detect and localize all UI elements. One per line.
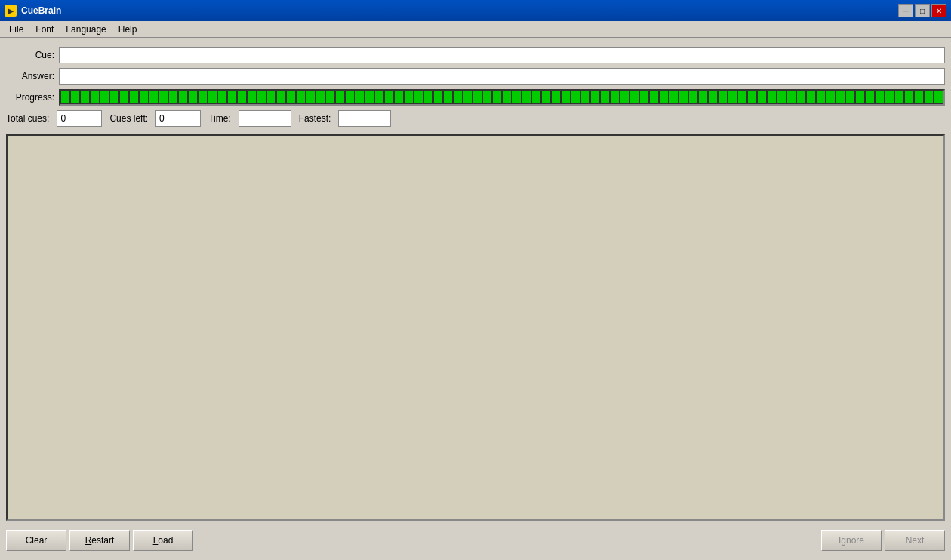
progress-segment — [493, 91, 501, 103]
app-icon-text: ▶ — [8, 7, 14, 15]
progress-segment — [836, 91, 845, 103]
progress-segment — [208, 91, 217, 103]
title-left: ▶ CueBrain — [5, 5, 61, 17]
progress-segment — [620, 91, 629, 103]
progress-segment — [856, 91, 864, 103]
progress-segment — [876, 91, 884, 103]
progress-segment — [934, 91, 943, 103]
progress-segment — [140, 91, 148, 103]
progress-container — [59, 89, 945, 106]
progress-segment — [434, 91, 442, 103]
progress-segment — [905, 91, 913, 103]
answer-row: Answer: — [6, 68, 945, 85]
progress-segment — [355, 91, 364, 103]
menu-file[interactable]: File — [3, 23, 29, 36]
title-controls: ─ □ ✕ — [898, 4, 946, 17]
progress-segment — [365, 91, 374, 103]
stats-row: Total cues: Cues left: Time: Fastest: — [6, 110, 945, 127]
bottom-bar: Clear Restart Load Ignore Next — [6, 527, 945, 554]
cue-input[interactable] — [59, 47, 945, 63]
total-cues-input[interactable] — [57, 110, 102, 127]
close-button[interactable]: ✕ — [931, 4, 946, 17]
progress-segment — [640, 91, 648, 103]
progress-segment — [728, 91, 737, 103]
progress-segment — [297, 91, 305, 103]
progress-segment — [306, 91, 315, 103]
progress-segment — [787, 91, 796, 103]
progress-segment — [228, 91, 236, 103]
progress-segment — [895, 91, 903, 103]
progress-segment — [885, 91, 894, 103]
progress-segment — [120, 91, 128, 103]
progress-segment — [925, 91, 933, 103]
progress-segment — [130, 91, 138, 103]
progress-segment — [257, 91, 266, 103]
progress-segment — [424, 91, 432, 103]
progress-segment — [405, 91, 413, 103]
progress-segment — [169, 91, 177, 103]
title-text: CueBrain — [21, 5, 61, 16]
progress-segment — [454, 91, 462, 103]
minimize-button[interactable]: ─ — [898, 4, 913, 17]
cue-row: Cue: — [6, 47, 945, 63]
clear-button[interactable]: Clear — [6, 530, 66, 551]
progress-segment — [336, 91, 344, 103]
cues-left-label: Cues left: — [109, 113, 148, 124]
progress-segment — [689, 91, 697, 103]
fastest-input[interactable] — [338, 110, 391, 127]
restore-button[interactable]: □ — [915, 4, 930, 17]
progress-segment — [444, 91, 452, 103]
progress-segment — [71, 91, 79, 103]
progress-segment — [159, 91, 168, 103]
ignore-button[interactable]: Ignore — [821, 530, 882, 551]
fastest-label: Fastest: — [299, 113, 331, 124]
progress-segment — [179, 91, 187, 103]
progress-segment — [287, 91, 295, 103]
progress-segment — [552, 91, 560, 103]
total-cues-label: Total cues: — [6, 113, 49, 124]
progress-segment — [100, 91, 109, 103]
progress-segment — [149, 91, 158, 103]
menu-font[interactable]: Font — [29, 23, 60, 36]
progress-bar — [60, 91, 943, 104]
progress-segment — [660, 91, 668, 103]
content-area — [6, 134, 945, 521]
next-button[interactable]: Next — [885, 530, 945, 551]
progress-segment — [679, 91, 688, 103]
main-window: Cue: Answer: Progress: Total cues: Cues … — [0, 38, 951, 560]
progress-segment — [817, 91, 825, 103]
load-button[interactable]: Load — [133, 530, 193, 551]
progress-segment — [238, 91, 246, 103]
progress-segment — [61, 91, 69, 103]
answer-input[interactable] — [59, 68, 945, 85]
form-area: Cue: Answer: Progress: Total cues: Cues … — [6, 44, 945, 134]
progress-segment — [81, 91, 89, 103]
time-input[interactable] — [239, 110, 291, 127]
progress-segment — [601, 91, 609, 103]
progress-segment — [562, 91, 570, 103]
progress-segment — [267, 91, 275, 103]
restart-button[interactable]: Restart — [69, 530, 130, 551]
progress-segment — [346, 91, 354, 103]
menu-language[interactable]: Language — [60, 23, 112, 36]
progress-segment — [385, 91, 393, 103]
cues-left-input[interactable] — [155, 110, 201, 127]
progress-segment — [375, 91, 383, 103]
progress-segment — [611, 91, 619, 103]
progress-segment — [581, 91, 589, 103]
progress-segment — [189, 91, 197, 103]
progress-segment — [91, 91, 99, 103]
progress-segment — [248, 91, 256, 103]
progress-segment — [532, 91, 540, 103]
progress-segment — [915, 91, 923, 103]
progress-segment — [473, 91, 482, 103]
progress-segment — [571, 91, 580, 103]
progress-segment — [807, 91, 815, 103]
progress-segment — [316, 91, 325, 103]
menu-help[interactable]: Help — [112, 23, 143, 36]
progress-segment — [512, 91, 521, 103]
progress-segment — [503, 91, 511, 103]
progress-segment — [630, 91, 639, 103]
progress-segment — [748, 91, 756, 103]
progress-segment — [699, 91, 707, 103]
